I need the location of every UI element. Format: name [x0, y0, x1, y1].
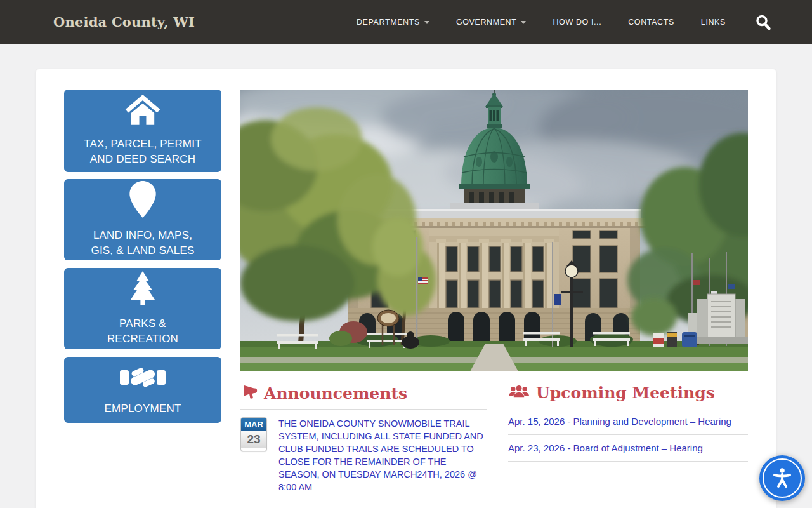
quick-link-tax-parcel-search[interactable]: TAX, PARCEL, PERMIT AND DEED SEARCH	[64, 90, 221, 172]
users-icon	[508, 384, 530, 402]
calendar-month: MAR	[241, 418, 266, 431]
nav-label: GOVERNMENT	[456, 18, 517, 27]
main-nav: DEPARTMENTS GOVERNMENT HOW DO I... CONTA…	[357, 0, 774, 44]
home-icon	[125, 95, 160, 129]
quick-link-label: PARKS & RECREATION	[100, 316, 186, 347]
search-icon[interactable]	[752, 11, 774, 33]
content-card: TAX, PARCEL, PERMIT AND DEED SEARCH LAND…	[36, 69, 776, 508]
chevron-down-icon	[424, 21, 429, 24]
nav-label: HOW DO I...	[553, 18, 601, 27]
site-header: Oneida County, WI DEPARTMENTS GOVERNMENT…	[0, 0, 812, 44]
quick-link-land-info-maps[interactable]: LAND INFO, MAPS, GIS, & LAND SALES	[64, 179, 221, 260]
nav-item-government[interactable]: GOVERNMENT	[456, 18, 527, 27]
accessibility-button[interactable]	[759, 455, 805, 501]
site-title: Oneida County, WI	[53, 14, 195, 30]
chevron-down-icon	[521, 21, 526, 24]
quick-link-parks-recreation[interactable]: PARKS & RECREATION	[64, 268, 221, 349]
meetings-header: Upcoming Meetings	[508, 384, 748, 402]
quick-link-label: EMPLOYMENT	[104, 401, 181, 417]
nav-item-links[interactable]: LINKS	[701, 18, 726, 27]
calendar-date-badge: MAR 23	[240, 417, 267, 451]
meetings-title: Upcoming Meetings	[536, 384, 715, 402]
announcement-item: MAR 23 THE ONEIDA COUNTY SNOWMOBILE TRAI…	[240, 410, 487, 505]
accessibility-icon	[769, 465, 795, 491]
handshake-icon	[119, 363, 166, 394]
announcements-header: Announcements	[240, 384, 487, 403]
announcements-title: Announcements	[264, 384, 407, 403]
quick-links-sidebar: TAX, PARCEL, PERMIT AND DEED SEARCH LAND…	[64, 90, 221, 423]
nav-label: LINKS	[701, 18, 726, 27]
quick-link-label: TAX, PARCEL, PERMIT AND DEED SEARCH	[78, 137, 208, 167]
hero-image	[240, 90, 748, 371]
map-marker-icon	[129, 181, 156, 220]
meeting-link[interactable]: Apr. 15, 2026 - Planning and Development…	[508, 408, 748, 435]
quick-link-label: LAND INFO, MAPS, GIS, & LAND SALES	[82, 228, 203, 258]
nav-label: CONTACTS	[628, 18, 674, 27]
quick-link-employment[interactable]: EMPLOYMENT	[64, 357, 221, 423]
upcoming-meetings-section: Upcoming Meetings Apr. 15, 2026 - Planni…	[508, 384, 748, 462]
announcement-item: MAR Seasonal Weight Restrictions effecti…	[240, 505, 487, 508]
tree-icon	[128, 271, 158, 309]
meeting-link[interactable]: Apr. 23, 2026 - Board of Adjustment – He…	[508, 435, 748, 462]
announcements-section: Announcements MAR 23 THE ONEIDA COUNTY S…	[240, 384, 487, 508]
announcement-link[interactable]: THE ONEIDA COUNTY SNOWMOBILE TRAIL SYSTE…	[278, 417, 487, 493]
nav-item-departments[interactable]: DEPARTMENTS	[357, 18, 429, 27]
nav-label: DEPARTMENTS	[357, 18, 420, 27]
calendar-day: 23	[241, 431, 266, 448]
nav-item-contacts[interactable]: CONTACTS	[628, 18, 674, 27]
nav-item-how-do-i[interactable]: HOW DO I...	[553, 18, 601, 27]
megaphone-icon	[240, 384, 258, 403]
